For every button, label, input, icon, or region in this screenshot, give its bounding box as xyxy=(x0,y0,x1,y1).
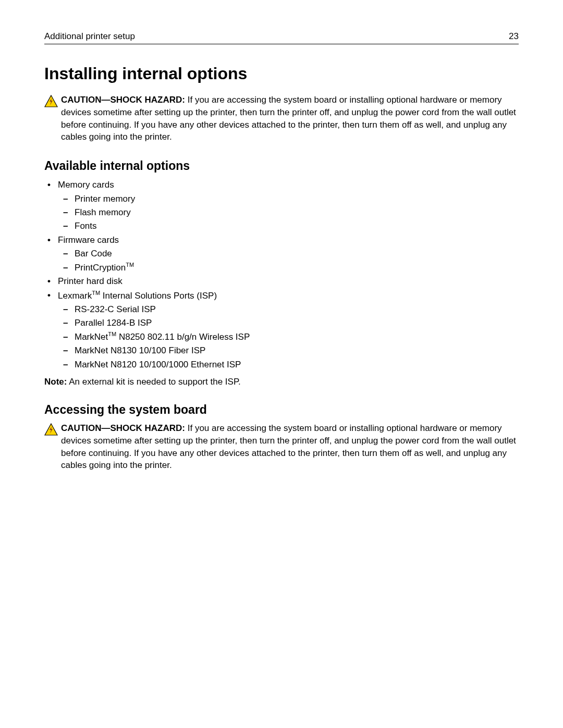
caution-block-1: CAUTION—SHOCK HAZARD: If you are accessi… xyxy=(44,94,519,143)
caution-label: CAUTION—SHOCK HAZARD: xyxy=(61,95,185,105)
list-item: RS‑232‑C Serial ISP xyxy=(75,303,519,316)
list-item: Printer hard disk xyxy=(58,275,519,288)
subheading-available-options: Available internal options xyxy=(44,159,519,173)
page-title: Installing internal options xyxy=(44,64,519,83)
subheading-accessing-board: Accessing the system board xyxy=(44,403,519,417)
page-header: Additional printer setup 23 xyxy=(44,31,519,44)
list-item: MarkNet N8130 10/100 Fiber ISP xyxy=(75,344,519,357)
caution-text-2: CAUTION—SHOCK HAZARD: If you are accessi… xyxy=(61,422,519,472)
shock-hazard-icon xyxy=(44,423,58,438)
caution-text-1: CAUTION—SHOCK HAZARD: If you are accessi… xyxy=(61,94,519,143)
caution-block-2: CAUTION—SHOCK HAZARD: If you are accessi… xyxy=(44,422,519,472)
list-item: Memory cards Printer memory Flash memory… xyxy=(58,178,519,233)
list-item: Firmware cards Bar Code PrintCryptionTM xyxy=(58,233,519,275)
list-item: MarkNet N8120 10/100/1000 Ethernet ISP xyxy=(75,358,519,372)
note-label: Note: xyxy=(44,377,67,387)
list-item: MarkNetTM N8250 802.11 b/g/n Wireless IS… xyxy=(75,330,519,344)
list-item: PrintCryptionTM xyxy=(75,261,519,275)
page-number: 23 xyxy=(509,31,519,42)
note-line: Note: An external kit is needed to suppo… xyxy=(44,377,519,387)
list-item: Bar Code xyxy=(75,247,519,261)
list-item: LexmarkTM Internal Solutions Ports (ISP)… xyxy=(58,289,519,372)
header-section: Additional printer setup xyxy=(44,31,135,42)
options-list: Memory cards Printer memory Flash memory… xyxy=(44,178,519,372)
note-body: An external kit is needed to support the… xyxy=(67,377,240,387)
shock-hazard-icon xyxy=(44,95,58,109)
list-item: Flash memory xyxy=(75,206,519,219)
list-item: Fonts xyxy=(75,219,519,233)
list-item: Parallel 1284‑B ISP xyxy=(75,316,519,330)
caution-label: CAUTION—SHOCK HAZARD: xyxy=(61,423,185,433)
list-item: Printer memory xyxy=(75,192,519,206)
